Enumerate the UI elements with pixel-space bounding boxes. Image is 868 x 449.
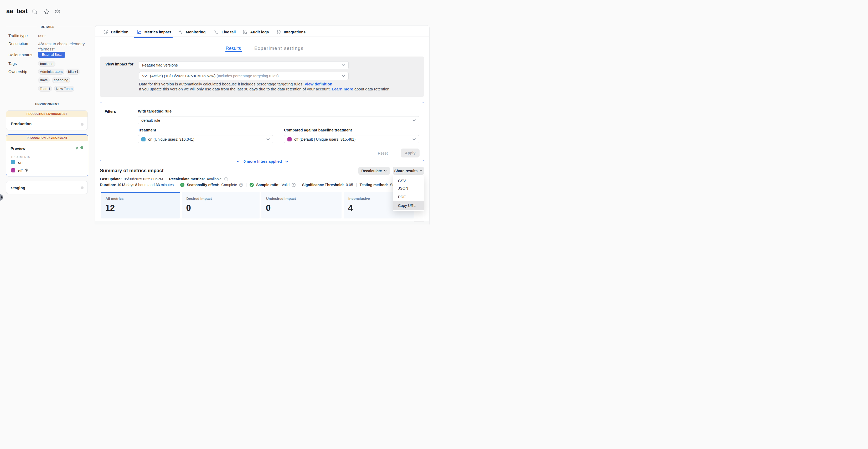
- svg-text:?: ?: [240, 183, 242, 186]
- svg-text:?: ?: [293, 183, 294, 186]
